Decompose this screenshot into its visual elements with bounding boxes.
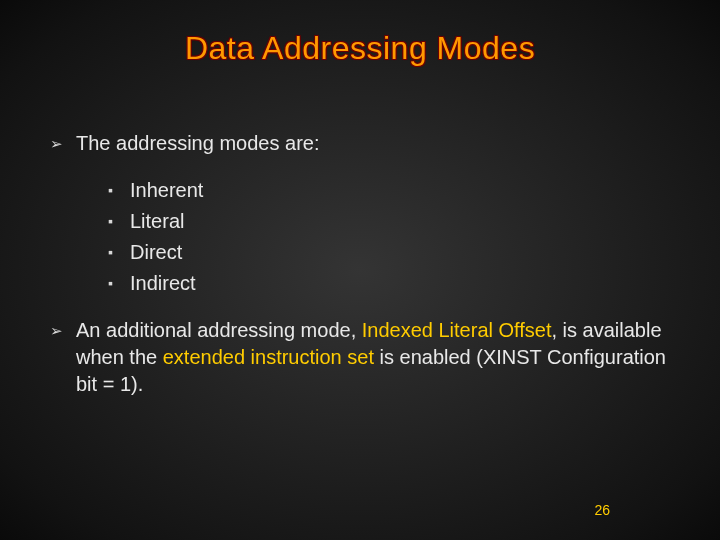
bullet-text: An additional addressing mode, Indexed L…	[76, 317, 670, 398]
square-bullet-icon: ▪	[108, 268, 130, 295]
sub-bullet-item: ▪ Literal	[108, 206, 670, 237]
bullet-item: ➢ An additional addressing mode, Indexed…	[50, 317, 670, 398]
slide-body: ➢ The addressing modes are: ▪ Inherent ▪…	[50, 130, 670, 416]
arrow-bullet-icon: ➢	[50, 317, 76, 341]
highlight-text: Indexed Literal Offset	[362, 319, 552, 341]
slide: Data Addressing Modes ➢ The addressing m…	[0, 0, 720, 540]
bullet-item: ➢ The addressing modes are:	[50, 130, 670, 157]
sub-bullet-text: Indirect	[130, 268, 196, 299]
square-bullet-icon: ▪	[108, 237, 130, 264]
sub-bullet-item: ▪ Inherent	[108, 175, 670, 206]
sub-bullet-list: ▪ Inherent ▪ Literal ▪ Direct ▪ Indirect	[108, 175, 670, 299]
square-bullet-icon: ▪	[108, 175, 130, 202]
square-bullet-icon: ▪	[108, 206, 130, 233]
sub-bullet-item: ▪ Indirect	[108, 268, 670, 299]
arrow-bullet-icon: ➢	[50, 130, 76, 154]
sub-bullet-text: Inherent	[130, 175, 203, 206]
text-run: An additional addressing mode,	[76, 319, 362, 341]
slide-title: Data Addressing Modes	[0, 30, 720, 67]
highlight-text: extended instruction set	[163, 346, 374, 368]
page-number: 26	[594, 502, 610, 518]
sub-bullet-text: Literal	[130, 206, 184, 237]
sub-bullet-text: Direct	[130, 237, 182, 268]
sub-bullet-item: ▪ Direct	[108, 237, 670, 268]
bullet-text: The addressing modes are:	[76, 130, 670, 157]
